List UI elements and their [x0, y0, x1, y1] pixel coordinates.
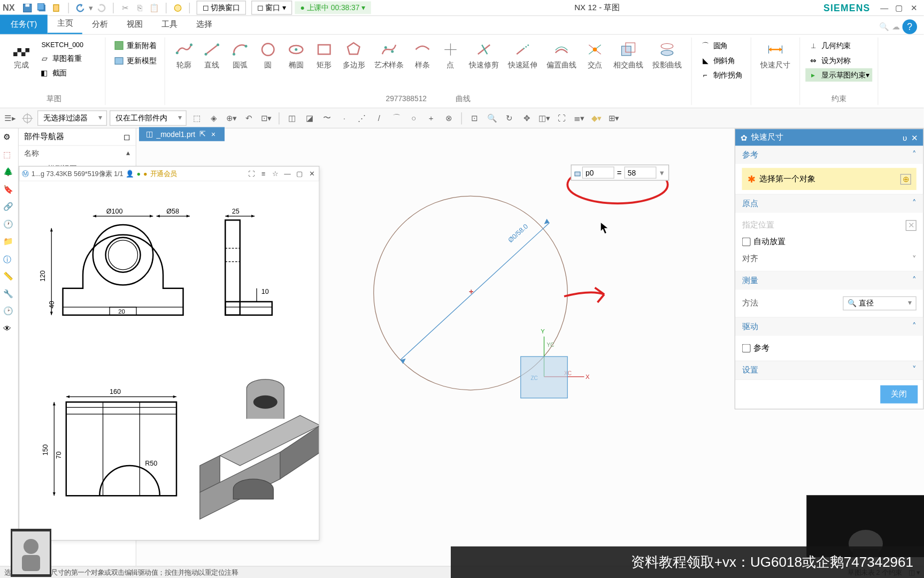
- tab-view[interactable]: 视图: [117, 15, 152, 34]
- dim-dropdown-icon[interactable]: ▾: [657, 168, 667, 178]
- spline-button[interactable]: 样条: [409, 39, 436, 93]
- ref-vip[interactable]: 开通会员: [150, 169, 177, 179]
- tab-close-icon[interactable]: ×: [209, 130, 218, 138]
- dim-name-input[interactable]: [582, 166, 614, 179]
- dialog-close-icon[interactable]: ✕: [911, 133, 918, 142]
- quick-extend-button[interactable]: 快速延伸: [504, 39, 541, 93]
- sb-plus-icon[interactable]: +: [424, 111, 439, 126]
- menu-icon[interactable]: ☰▸: [3, 111, 18, 126]
- chevron-down-icon-2[interactable]: ˅: [912, 364, 917, 376]
- dimension-input[interactable]: = ▾: [571, 165, 669, 181]
- arc-button[interactable]: 圆弧: [227, 39, 253, 93]
- sketch-combo[interactable]: SKETCH_000: [36, 39, 100, 50]
- info-icon[interactable]: ⓘ: [3, 254, 16, 267]
- filter-dropdown[interactable]: 无选择过滤器: [37, 110, 107, 126]
- sb-arc-icon[interactable]: ⌒: [389, 111, 404, 126]
- finish-sketch-button[interactable]: 完成: [8, 39, 35, 93]
- sb-circ-icon[interactable]: ○: [406, 111, 421, 126]
- show-constraint-button[interactable]: ▸显示草图约束 ▾: [805, 69, 872, 82]
- sb-persp-icon[interactable]: ◫▾: [537, 111, 552, 126]
- cloud-icon[interactable]: ☁: [892, 22, 900, 32]
- project-curve-button[interactable]: 投影曲线: [648, 39, 686, 93]
- bookmark-icon[interactable]: 🔖: [3, 185, 16, 197]
- studio-spline-button[interactable]: 艺术样条: [370, 39, 407, 93]
- settings-icon[interactable]: ⚙: [3, 133, 16, 145]
- geo-constraint-button[interactable]: ⟂几何约束: [805, 39, 872, 52]
- undo-icon[interactable]: [74, 2, 87, 14]
- chevron-up-icon-3[interactable]: ˄: [912, 275, 917, 286]
- update-model-button[interactable]: 更新模型: [111, 54, 159, 67]
- sb-curve-icon[interactable]: 〜: [320, 111, 335, 126]
- search-icon-rb[interactable]: 🔍: [879, 22, 889, 32]
- sb-cross-icon[interactable]: ⊗: [441, 111, 456, 126]
- quick-trim-button[interactable]: 快速修剪: [465, 39, 503, 93]
- link-icon[interactable]: 🔗: [3, 202, 16, 215]
- intersection-curve-button[interactable]: 相交曲线: [610, 39, 647, 93]
- sketch-plane-button[interactable]: ▱草图着重: [36, 51, 100, 65]
- chevron-down-icon[interactable]: ˅: [912, 254, 917, 263]
- line-button[interactable]: 直线: [198, 39, 225, 93]
- sb-layer-icon[interactable]: ≣▾: [572, 111, 587, 126]
- profile-button[interactable]: 轮廓: [171, 39, 197, 93]
- tab-task[interactable]: 任务(T): [0, 15, 48, 34]
- tab-tools[interactable]: 工具: [152, 15, 187, 34]
- sb-icon-3[interactable]: ⊕▾: [224, 111, 239, 126]
- folder-icon[interactable]: 📁: [3, 237, 16, 249]
- nav-pin-icon[interactable]: ◻: [124, 132, 130, 142]
- reference-checkbox[interactable]: [742, 344, 751, 353]
- dialog-reset-icon[interactable]: υ: [903, 133, 907, 142]
- symmetric-button[interactable]: ⇔设为对称: [805, 54, 872, 67]
- dim-value-input[interactable]: [625, 166, 657, 179]
- sb-cube-icon[interactable]: ◫: [285, 111, 300, 126]
- sb-pts-icon[interactable]: ⋰: [355, 111, 369, 126]
- history-icon[interactable]: 🕐: [3, 219, 16, 232]
- sb-zoom-icon[interactable]: 🔍: [484, 111, 499, 126]
- touch-icon[interactable]: [172, 2, 184, 14]
- save-all-icon[interactable]: [36, 2, 49, 14]
- sb-line-icon[interactable]: /: [372, 111, 387, 126]
- rapid-dim-button[interactable]: 快速尺寸: [757, 39, 794, 103]
- switch-window-dropdown[interactable]: ◻ 切换窗口: [197, 1, 247, 14]
- sb-wire-icon[interactable]: ⊞▾: [606, 111, 621, 126]
- polygon-button[interactable]: 多边形: [339, 39, 369, 93]
- tab-select[interactable]: 选择: [187, 15, 221, 34]
- ref-rec-icon[interactable]: ●: [136, 170, 141, 178]
- measure-icon[interactable]: 📏: [3, 272, 16, 284]
- close-button[interactable]: 关闭: [880, 385, 918, 404]
- make-corner-button[interactable]: ⌐制作拐角: [697, 69, 745, 82]
- chamfer-button[interactable]: ◣倒斜角: [697, 54, 745, 67]
- copy-icon[interactable]: [51, 2, 63, 14]
- sb-cube2-icon[interactable]: ◪: [302, 111, 317, 126]
- chevron-up-icon-2[interactable]: ˄: [912, 198, 917, 209]
- offset-curve-button[interactable]: 偏置曲线: [543, 39, 580, 93]
- copy2-icon[interactable]: ⎘: [134, 2, 146, 14]
- ref-avatar-icon[interactable]: 👤: [126, 170, 134, 178]
- auto-place-checkbox[interactable]: [742, 238, 751, 246]
- tab-analysis[interactable]: 分析: [82, 15, 117, 34]
- ref-min-icon[interactable]: —: [283, 169, 292, 179]
- redo-icon[interactable]: [96, 2, 108, 14]
- sb-render-icon[interactable]: ◆▾: [589, 111, 604, 126]
- intersection-point-button[interactable]: 交点: [581, 39, 608, 93]
- window-dropdown[interactable]: ◻ 窗口 ▾: [251, 1, 292, 14]
- origin-pick-icon[interactable]: ✕: [906, 220, 917, 231]
- sb-pan-icon[interactable]: ✥: [519, 111, 534, 126]
- rectangle-button[interactable]: 矩形: [311, 39, 337, 93]
- sb-rotate-icon[interactable]: ↻: [502, 111, 517, 126]
- help-icon[interactable]: ?: [903, 19, 918, 34]
- graphics-canvas[interactable]: ◫_model1.prt⇱× Ø0/58.0 X Y XC YC ZC: [136, 128, 924, 570]
- sb-icon-5[interactable]: ⊡▾: [259, 111, 274, 126]
- sb-fit-icon[interactable]: ⊡: [467, 111, 482, 126]
- document-tab[interactable]: ◫_model1.prt⇱×: [139, 127, 224, 141]
- dialog-gear-icon[interactable]: ✿: [741, 133, 748, 142]
- tree-icon[interactable]: 🌲: [3, 168, 16, 180]
- paste-icon[interactable]: 📋: [149, 2, 161, 14]
- nav-icon[interactable]: ⬚: [3, 150, 16, 162]
- ref-menu-icon[interactable]: ≡: [259, 169, 268, 179]
- circle-button[interactable]: 圆: [255, 39, 281, 93]
- chevron-up-icon-4[interactable]: ˄: [912, 321, 917, 332]
- method-dropdown[interactable]: 🔍 直径 ▾: [843, 296, 917, 310]
- tab-home[interactable]: 主页: [48, 13, 82, 34]
- ref-stop-icon[interactable]: ●: [143, 170, 148, 178]
- section-button[interactable]: ◧截面: [36, 66, 100, 80]
